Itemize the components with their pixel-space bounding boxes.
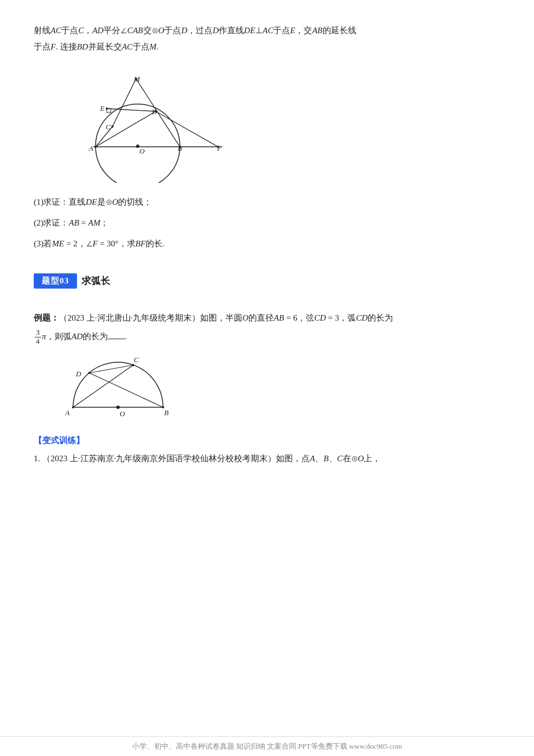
footer: 小学、初中、高中各种试卷真题 知识归纳 文案合同 PPT等免费下载 www.do… — [0, 736, 534, 756]
svg-point-22 — [106, 107, 108, 110]
diagram1: O A B F C D E M — [39, 65, 230, 183]
divider-section: 题型03 求弧长 — [34, 273, 500, 299]
example-fraction-line: 3 4 π，则弧AD的长为. — [34, 328, 500, 345]
svg-text:F: F — [216, 144, 222, 152]
svg-point-24 — [217, 146, 219, 148]
example-text: 例题：（2023 上·河北唐山·九年级统考期末）如图，半圆O的直径AB = 6，… — [34, 310, 500, 326]
svg-text:B: B — [164, 408, 169, 417]
svg-line-15 — [136, 79, 180, 147]
variation-section: 【变式训练】 1. （2023 上·江苏南京·九年级南京外国语学校仙林分校校考期… — [34, 435, 500, 467]
type-box: 题型03 — [34, 273, 77, 289]
footer-text: 小学、初中、高中各种试卷真题 知识归纳 文案合同 PPT等免费下载 www.do… — [132, 742, 402, 750]
svg-point-19 — [179, 146, 181, 148]
svg-text:E: E — [99, 104, 105, 112]
svg-text:A: A — [65, 408, 70, 417]
top-line1: 射线AC于点C，AD平分∠CAB交⊙O于点D，过点D作直线DE⊥AC于点E，交A… — [34, 22, 500, 39]
sub-q2: (2)求证：AB = AM； — [34, 214, 500, 232]
svg-point-26 — [116, 406, 120, 409]
svg-text:O: O — [139, 147, 145, 155]
svg-text:B: B — [178, 144, 182, 152]
svg-point-20 — [111, 125, 114, 128]
svg-point-23 — [135, 78, 137, 80]
svg-text:C: C — [134, 356, 139, 364]
svg-text:D: D — [75, 370, 82, 378]
variation-title: 【变式训练】 — [34, 435, 500, 446]
example-block: 例题：（2023 上·河北唐山·九年级统考期末）如图，半圆O的直径AB = 6，… — [34, 310, 500, 345]
sub-q3: (3)若ME = 2，∠F = 30°，求BF的长. — [34, 235, 500, 253]
svg-point-21 — [155, 110, 157, 112]
variation-item1: 1. （2023 上·江苏南京·九年级南京外国语学校仙林分校校考期末）如图，点A… — [34, 451, 500, 467]
diagram2: O A B C D — [45, 351, 191, 430]
top-text-block: 射线AC于点C，AD平分∠CAB交⊙O于点D，过点D作直线DE⊥AC于点E，交A… — [34, 22, 500, 55]
svg-text:O: O — [120, 410, 125, 418]
svg-line-12 — [96, 111, 156, 147]
svg-line-36 — [73, 365, 133, 407]
svg-line-37 — [89, 365, 133, 373]
svg-line-16 — [112, 79, 136, 127]
type-label-container: 题型03 求弧长 — [34, 273, 110, 289]
fraction-3-4: 3 4 — [35, 328, 41, 345]
svg-text:A: A — [88, 144, 93, 152]
sub-questions: (1)求证：直线DE是⊙O的切线； (2)求证：AB = AM； (3)若ME … — [34, 193, 500, 253]
top-line2: 于点F. 连接BD并延长交AC于点M. — [34, 39, 500, 55]
svg-point-0 — [96, 104, 180, 183]
type-title: 求弧长 — [82, 274, 110, 287]
svg-line-11 — [96, 127, 112, 147]
svg-line-14 — [156, 111, 218, 147]
svg-point-18 — [94, 146, 97, 148]
sub-q1: (1)求证：直线DE是⊙O的切线； — [34, 193, 500, 212]
